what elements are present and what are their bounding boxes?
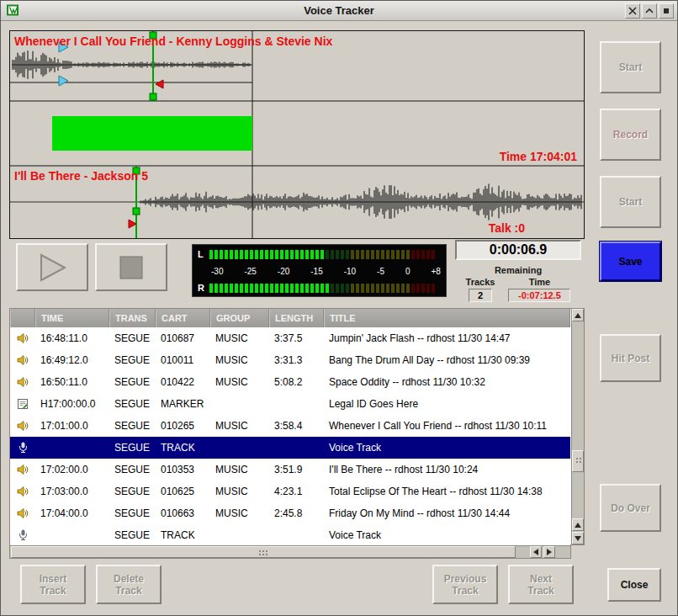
- speaker-icon: [10, 332, 35, 344]
- scale-tick: +8: [432, 267, 441, 276]
- sticky-button[interactable]: [659, 3, 674, 19]
- do-over-button[interactable]: Do Over: [600, 484, 661, 532]
- hit-post-button[interactable]: Hit Post: [600, 334, 661, 382]
- table-row[interactable]: 17:03:00.0SEGUE010625MUSIC4:23.1Total Ec…: [10, 481, 570, 502]
- voicetrack-region[interactable]: [52, 116, 252, 151]
- cell-cart: 010011: [156, 354, 210, 366]
- cell-length: 3:37.5: [269, 332, 324, 344]
- track1-cue-marker[interactable]: [156, 80, 163, 88]
- arrow-down-icon: [575, 536, 581, 541]
- scale-tick: -5: [377, 267, 384, 276]
- table-row[interactable]: 16:50:11.0SEGUE010422MUSIC5:08.2Space Od…: [10, 371, 570, 393]
- scroll-right-button[interactable]: [543, 546, 555, 558]
- table-row[interactable]: 17:04:00.0SEGUE010663MUSIC2:45.8Friday O…: [10, 502, 570, 524]
- scale-tick: -20: [278, 267, 289, 276]
- cell-cart: 010353: [156, 464, 210, 475]
- cell-title: Legal ID Goes Here: [324, 398, 570, 410]
- cell-trans: SEGUE: [109, 464, 156, 475]
- table-row[interactable]: SEGUETRACKVoice Track: [10, 524, 570, 546]
- delete-track-button[interactable]: Delete Track: [96, 565, 162, 604]
- scroll-up-button[interactable]: [572, 309, 584, 321]
- log-header: TIME TRANS CART GROUP LENGTH TITLE: [10, 309, 570, 327]
- titlebar[interactable]: Voice Tracker: [1, 1, 677, 21]
- cell-group: MUSIC: [210, 464, 269, 475]
- cell-title: Friday On My Mind -- rdhost 11/30 14:44: [324, 507, 570, 519]
- cell-cart: 010265: [156, 420, 210, 432]
- column-length[interactable]: LENGTH: [269, 309, 324, 327]
- close-button[interactable]: [625, 3, 640, 19]
- track1-title: Whenever I Call You Friend - Kenny Loggi…: [14, 35, 332, 48]
- cell-group: MUSIC: [210, 376, 269, 388]
- scroll-up-button-2[interactable]: [572, 518, 584, 531]
- fade-marker-bottom-icon[interactable]: [59, 76, 68, 86]
- log-table: TIME TRANS CART GROUP LENGTH TITLE 16:48…: [9, 308, 585, 545]
- scale-tick: -25: [244, 267, 256, 276]
- save-button[interactable]: Save: [600, 242, 661, 281]
- play-button[interactable]: [16, 243, 88, 291]
- column-title[interactable]: TITLE: [324, 309, 570, 327]
- scale-tick: 0: [405, 267, 411, 276]
- speaker-icon: [10, 354, 35, 366]
- previous-track-button[interactable]: Previous Track: [432, 565, 498, 604]
- column-trans[interactable]: TRANS: [109, 309, 156, 327]
- table-row[interactable]: 17:01:00.0SEGUE010265MUSIC3:58.4Whenever…: [10, 415, 570, 437]
- scroll-left-button[interactable]: [530, 546, 542, 558]
- record-button[interactable]: Record: [600, 109, 661, 161]
- remaining-time-label: Time: [529, 277, 550, 287]
- cell-title: I'll Be There -- rdhost 11/30 10:24: [324, 464, 570, 475]
- scale-tick: -15: [310, 267, 322, 276]
- cell-group: MUSIC: [210, 420, 269, 432]
- arrow-left-icon: [533, 549, 538, 555]
- chevron-up-icon: [645, 8, 654, 14]
- shade-button[interactable]: [642, 3, 657, 19]
- table-row[interactable]: 16:49:12.0SEGUE010011MUSIC3:31.3Bang The…: [10, 349, 570, 371]
- arrow-up-icon: [575, 313, 581, 318]
- table-row[interactable]: H17:00:00.0SEGUEMARKERLegal ID Goes Here: [10, 393, 570, 415]
- cell-length: 3:51.9: [269, 464, 324, 475]
- start-track1-button[interactable]: Start: [600, 41, 661, 93]
- cell-time: 17:01:00.0: [35, 420, 109, 432]
- stop-icon: [119, 255, 144, 280]
- insert-track-button[interactable]: Insert Track: [20, 565, 86, 604]
- cell-title: Total Eclipse Of The Heart -- rdhost 11/…: [324, 486, 570, 497]
- play-icon: [35, 252, 69, 283]
- column-icon-header[interactable]: [10, 309, 35, 327]
- remaining-tracks-value: 2: [469, 289, 492, 302]
- waveform-canvas[interactable]: [10, 31, 584, 238]
- track2-cue-marker[interactable]: [129, 220, 136, 228]
- cell-trans: SEGUE: [109, 376, 156, 388]
- vertical-scrollbar[interactable]: [571, 308, 585, 545]
- cell-title: Voice Track: [324, 442, 570, 454]
- cell-group: MUSIC: [210, 354, 269, 366]
- next-track-button[interactable]: Next Track: [508, 565, 574, 604]
- remaining-label: Remaining: [455, 265, 581, 275]
- vertical-scroll-thumb[interactable]: [572, 450, 584, 472]
- cell-trans: SEGUE: [109, 486, 156, 497]
- cell-cart: 010687: [156, 332, 210, 344]
- cell-time: 17:03:00.0: [35, 486, 109, 497]
- stop-button[interactable]: [95, 243, 167, 291]
- start-track2-button[interactable]: Start: [600, 176, 661, 228]
- close-dialog-button[interactable]: Close: [607, 568, 661, 602]
- table-row[interactable]: 17:02:00.0SEGUE010353MUSIC3:51.9I'll Be …: [10, 459, 570, 481]
- mic-icon: [10, 529, 35, 541]
- scale-tick: -30: [211, 267, 223, 276]
- marker-handle[interactable]: [133, 208, 140, 215]
- cell-trans: SEGUE: [109, 420, 156, 432]
- cell-title: Whenever I Call You Friend -- rdhost 11/…: [324, 420, 570, 432]
- column-group[interactable]: GROUP: [210, 309, 269, 327]
- meter-scale: -30 -25 -20 -15 -10 -5 0 +8: [198, 266, 441, 276]
- speaker-icon: [10, 376, 35, 388]
- table-row[interactable]: 16:48:11.0SEGUE010687MUSIC3:37.5Jumpin' …: [10, 327, 570, 349]
- column-cart[interactable]: CART: [156, 309, 210, 327]
- column-time[interactable]: TIME: [35, 309, 109, 327]
- horizontal-scroll-thumb[interactable]: [11, 546, 516, 558]
- remaining-panel: Remaining Tracks 2 Time -0:07:12.5: [455, 265, 581, 302]
- marker-handle[interactable]: [150, 93, 156, 100]
- horizontal-scrollbar[interactable]: [9, 545, 571, 559]
- scroll-down-button[interactable]: [572, 532, 584, 544]
- cell-group: MUSIC: [210, 507, 269, 519]
- cell-cart: 010422: [156, 376, 210, 388]
- table-row[interactable]: SEGUETRACKVoice Track: [10, 437, 570, 459]
- close-icon: [628, 7, 637, 15]
